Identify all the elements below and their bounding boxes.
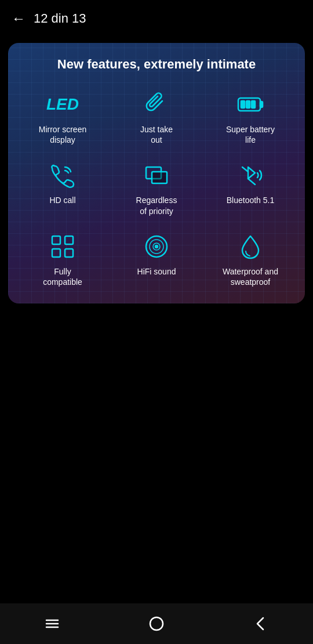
svg-rect-3 bbox=[246, 101, 250, 108]
feature-disc: HiFi sound bbox=[111, 227, 202, 292]
page-title: 12 din 13 bbox=[34, 11, 86, 26]
drop-icon bbox=[236, 231, 264, 262]
bluetooth-icon bbox=[236, 160, 264, 190]
svg-rect-9 bbox=[52, 249, 60, 257]
features-card: New features, extremely intimate LED Mir… bbox=[8, 43, 305, 303]
feature-disc-label: HiFi sound bbox=[137, 266, 176, 277]
feature-screens-label: Regardlessof priority bbox=[136, 195, 177, 216]
feature-drop-label: Waterproof andsweatproof bbox=[223, 266, 278, 287]
feature-screens: Regardlessof priority bbox=[111, 155, 202, 220]
paperclip-icon bbox=[143, 89, 170, 120]
bottom-nav bbox=[0, 603, 313, 644]
nav-menu-button[interactable] bbox=[35, 606, 70, 641]
svg-point-14 bbox=[155, 245, 158, 248]
feature-paperclip-label: Just takeout bbox=[140, 124, 173, 145]
feature-paperclip: Just takeout bbox=[111, 85, 202, 150]
svg-rect-10 bbox=[65, 249, 73, 257]
feature-phone-label: HD call bbox=[49, 195, 75, 205]
feature-bluetooth: Bluetooth 5.1 bbox=[205, 155, 296, 220]
disc-icon bbox=[143, 231, 170, 262]
header: ← 12 din 13 bbox=[0, 0, 313, 37]
svg-rect-4 bbox=[252, 101, 255, 108]
card-title: New features, extremely intimate bbox=[17, 57, 296, 72]
grid-icon bbox=[49, 231, 77, 262]
feature-grid: Fullycompatible bbox=[17, 227, 108, 292]
feature-drop: Waterproof andsweatproof bbox=[205, 227, 296, 292]
svg-rect-8 bbox=[65, 236, 73, 244]
battery-icon bbox=[236, 89, 264, 120]
svg-rect-1 bbox=[260, 102, 263, 107]
feature-grid-label: Fullycompatible bbox=[43, 266, 82, 287]
feature-battery-label: Super batterylife bbox=[226, 124, 275, 145]
features-grid: LED Mirror screendisplay Just takeout bbox=[17, 85, 296, 292]
screens-icon bbox=[143, 160, 170, 190]
nav-back-button[interactable] bbox=[243, 606, 278, 641]
svg-rect-6 bbox=[152, 172, 167, 183]
phone-icon bbox=[49, 160, 77, 190]
feature-bluetooth-label: Bluetooth 5.1 bbox=[227, 195, 275, 205]
feature-battery: Super batterylife bbox=[205, 85, 296, 150]
feature-led: LED Mirror screendisplay bbox=[17, 85, 108, 150]
feature-phone: HD call bbox=[17, 155, 108, 220]
svg-rect-7 bbox=[52, 236, 60, 244]
back-button[interactable]: ← bbox=[12, 10, 26, 27]
svg-point-18 bbox=[150, 617, 163, 630]
nav-home-button[interactable] bbox=[139, 606, 174, 641]
feature-led-label: Mirror screendisplay bbox=[39, 124, 86, 145]
led-icon: LED bbox=[46, 89, 79, 120]
svg-rect-2 bbox=[241, 101, 245, 108]
